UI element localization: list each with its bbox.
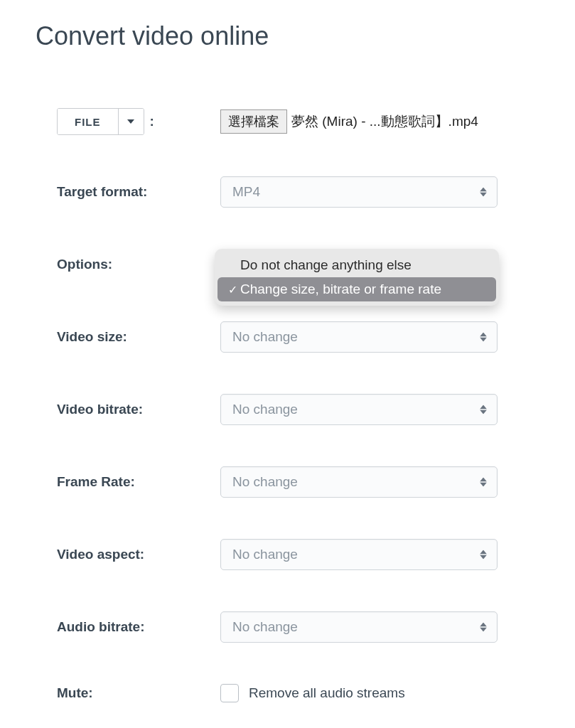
- frame-rate-label: Frame Rate:: [36, 474, 220, 490]
- video-aspect-row: Video aspect: No change: [36, 539, 539, 570]
- audio-bitrate-value: No change: [232, 619, 298, 635]
- audio-bitrate-row: Audio bitrate: No change: [36, 611, 539, 643]
- mute-checkbox-label: Remove all audio streams: [249, 685, 405, 701]
- updown-icon: [480, 550, 487, 560]
- video-bitrate-value: No change: [232, 402, 298, 417]
- file-button[interactable]: FILE: [58, 109, 118, 134]
- frame-rate-select[interactable]: No change: [220, 466, 498, 498]
- file-label-col: FILE :: [36, 108, 220, 135]
- video-aspect-select[interactable]: No change: [220, 539, 498, 570]
- updown-icon: [480, 623, 487, 632]
- frame-rate-value: No change: [232, 474, 298, 490]
- video-aspect-value: No change: [232, 547, 298, 562]
- updown-icon: [480, 478, 487, 487]
- audio-bitrate-label: Audio bitrate:: [36, 619, 220, 635]
- frame-rate-row: Frame Rate: No change: [36, 466, 539, 498]
- options-row: Options: Do not change anything else ✓ C…: [36, 249, 539, 280]
- options-item-change-size[interactable]: ✓ Change size, bitrate or frame rate: [217, 277, 496, 301]
- mute-checkbox[interactable]: [220, 684, 239, 702]
- mute-label: Mute:: [36, 685, 220, 701]
- updown-icon: [480, 333, 487, 342]
- target-format-select[interactable]: MP4: [220, 176, 498, 208]
- video-bitrate-label: Video bitrate:: [36, 402, 220, 417]
- check-icon: ✓: [225, 283, 240, 296]
- mute-row: Mute: Remove all audio streams: [36, 684, 539, 702]
- choose-file-button[interactable]: 選擇檔案: [220, 109, 287, 134]
- target-format-label: Target format:: [36, 184, 220, 200]
- target-format-value: MP4: [232, 184, 260, 200]
- updown-icon: [480, 405, 487, 414]
- options-item-label: Change size, bitrate or frame rate: [240, 282, 441, 297]
- file-colon: :: [150, 114, 154, 129]
- video-size-value: No change: [232, 329, 298, 345]
- file-dropdown-toggle[interactable]: [118, 109, 144, 134]
- video-bitrate-row: Video bitrate: No change: [36, 394, 539, 425]
- options-item-no-change[interactable]: Do not change anything else: [215, 253, 499, 277]
- video-size-label: Video size:: [36, 329, 220, 345]
- caret-down-icon: [127, 119, 134, 124]
- file-row: FILE : 選擇檔案 夢然 (Mira) - ...動態歌詞】.mp4: [36, 108, 539, 135]
- file-control: 選擇檔案 夢然 (Mira) - ...動態歌詞】.mp4: [220, 109, 539, 134]
- file-input-group: 選擇檔案 夢然 (Mira) - ...動態歌詞】.mp4: [220, 109, 539, 134]
- mute-checkbox-group: Remove all audio streams: [220, 684, 539, 702]
- selected-file-name: 夢然 (Mira) - ...動態歌詞】.mp4: [291, 112, 478, 131]
- audio-bitrate-select[interactable]: No change: [220, 611, 498, 643]
- video-aspect-label: Video aspect:: [36, 547, 220, 562]
- updown-icon: [480, 188, 487, 197]
- target-format-row: Target format: MP4: [36, 176, 539, 208]
- options-item-label: Do not change anything else: [240, 257, 412, 273]
- video-bitrate-select[interactable]: No change: [220, 394, 498, 425]
- video-size-row: Video size: No change: [36, 321, 539, 353]
- video-size-select[interactable]: No change: [220, 321, 498, 353]
- file-button-group: FILE: [57, 108, 144, 135]
- page-title: Convert video online: [36, 21, 539, 51]
- options-dropdown: Do not change anything else ✓ Change siz…: [215, 249, 499, 306]
- options-label: Options:: [36, 257, 220, 272]
